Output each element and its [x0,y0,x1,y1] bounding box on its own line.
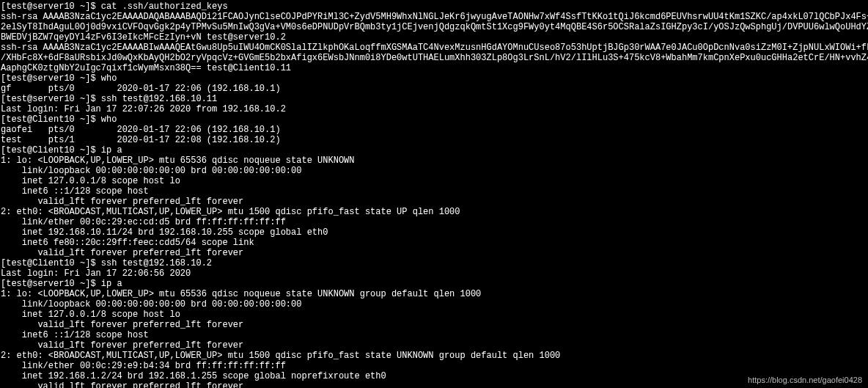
terminal-line: [test@server10 ~]$ cat .ssh/authorized_k… [1,1,867,12]
terminal-line: BWEDVjBZW7qeyDYl4zFv6I3eIkcMFcEzIyn+vN t… [1,32,867,43]
terminal-line: [test@server10 ~]$ ip a [1,279,867,289]
terminal-line: [test@Client10 ~]$ who [1,114,867,125]
terminal-line: valid_lft forever preferred_lft forever [1,320,867,330]
terminal-line: valid_lft forever preferred_lft forever [1,197,867,207]
terminal-line: /XHbFc8X+6dF8aURsbixJd0wQxKbAyQH2bO2ryVp… [1,53,867,63]
terminal-line: Last login: Fri Jan 17 22:07:26 2020 fro… [1,104,867,114]
terminal-line: valid_lft forever preferred_lft forever [1,381,867,388]
terminal-line: inet 127.0.0.1/8 scope host lo [1,310,867,320]
terminal-line: AaphgCK0ztgNbY2uIgc7qixf1cWymMsxn38Q== t… [1,63,867,73]
terminal-line: link/ether 00:0c:29:ec:cd:d5 brd ff:ff:f… [1,217,867,227]
terminal-line: link/ether 00:0c:29:e9:b4:34 brd ff:ff:f… [1,361,867,371]
terminal-line: inet 192.168.1.2/24 brd 192.168.1.255 sc… [1,371,867,381]
terminal-line: [test@Client10 ~]$ ip a [1,145,867,155]
terminal-line: 2elSyT8IhdAguL0Oj0d9vxiCVFOqvGgk2p4yTPMv… [1,22,867,32]
terminal-line: inet6 ::1/128 scope host [1,186,867,197]
terminal-line: inet6 fe80::20c:29ff:feec:cdd5/64 scope … [1,238,867,248]
terminal-line: 2: eth0: <BROADCAST,MULTICAST,UP,LOWER_U… [1,351,867,361]
terminal-line: test pts/1 2020-01-17 22:08 (192.168.10.… [1,135,867,145]
terminal-line: [test@server10 ~]$ who [1,73,867,84]
terminal-line: Last login: Fri Jan 17 22:06:56 2020 [1,268,867,279]
terminal-line: link/loopback 00:00:00:00:00:00 brd 00:0… [1,166,867,176]
terminal-line: 1: lo: <LOOPBACK,UP,LOWER_UP> mtu 65536 … [1,289,867,299]
terminal-line: inet 192.168.10.11/24 brd 192.168.10.255… [1,227,867,238]
terminal-output[interactable]: [test@server10 ~]$ cat .ssh/authorized_k… [0,0,868,388]
terminal-line: 2: eth0: <BROADCAST,MULTICAST,UP,LOWER_U… [1,207,867,217]
terminal-line: gf pts/0 2020-01-17 22:06 (192.168.10.1) [1,84,867,94]
watermark-text: https://blog.csdn.net/gaofei0428 [748,375,862,385]
terminal-line: valid_lft forever preferred_lft forever [1,248,867,258]
terminal-line: ssh-rsa AAAAB3NzaC1yc2EAAAADAQABAAABAQDi… [1,12,867,22]
terminal-line: inet 127.0.0.1/8 scope host lo [1,176,867,186]
terminal-line: link/loopback 00:00:00:00:00:00 brd 00:0… [1,299,867,310]
terminal-line: ssh-rsa AAAAB3NzaC1yc2EAAAABIwAAAQEAtGwu… [1,43,867,53]
terminal-line: [test@server10 ~]$ ssh test@192.168.10.1… [1,94,867,104]
terminal-line: [test@Client10 ~]$ ssh test@192.168.10.2 [1,258,867,268]
terminal-line: inet6 ::1/128 scope host [1,330,867,340]
terminal-line: valid_lft forever preferred_lft forever [1,340,867,351]
terminal-line: gaofei pts/0 2020-01-17 22:06 (192.168.1… [1,125,867,135]
terminal-line: 1: lo: <LOOPBACK,UP,LOWER_UP> mtu 65536 … [1,155,867,166]
